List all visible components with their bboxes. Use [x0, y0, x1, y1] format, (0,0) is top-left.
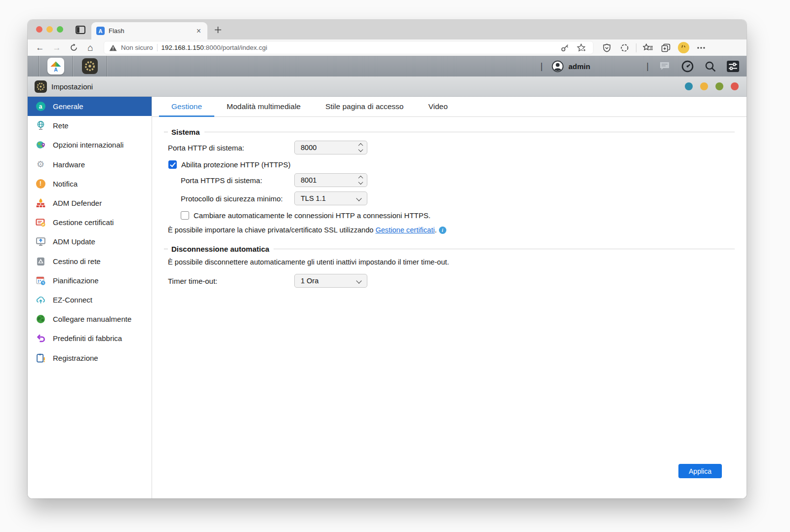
chevron-down-icon: [356, 278, 361, 283]
tab-overview-icon[interactable]: [75, 25, 86, 35]
auto-logout-section-header: Disconnessione automatica: [164, 245, 735, 253]
preferences-sliders-icon[interactable]: [726, 60, 740, 73]
https-enable-row: Abilita protezione HTTP (HTTPS): [168, 160, 735, 169]
window-title: Impostazioni: [51, 82, 93, 91]
browser-tab-flash[interactable]: A Flash ×: [91, 22, 207, 39]
add-favorite-star-icon[interactable]: [575, 41, 588, 54]
site-favicon: A: [96, 27, 105, 35]
forward-icon[interactable]: →: [49, 41, 64, 54]
toolbar-separator: [636, 43, 636, 52]
https-enable-checkbox[interactable]: [168, 160, 177, 169]
http-port-field[interactable]: [294, 141, 367, 154]
auto-redirect-checkbox[interactable]: [181, 211, 189, 220]
sidebar-item-ez-connect[interactable]: EZ-Connect: [28, 290, 152, 309]
undo-arrow-icon: [35, 333, 46, 344]
min-protocol-value: TLS 1.1: [301, 194, 326, 202]
profile-avatar[interactable]: [677, 41, 690, 54]
https-port-input[interactable]: [301, 176, 350, 184]
tab-gestione[interactable]: Gestione: [159, 97, 214, 116]
messages-icon[interactable]: [658, 60, 672, 73]
browser-tabstrip: A Flash ×: [28, 20, 747, 39]
back-icon[interactable]: ←: [33, 41, 47, 54]
minimize-window-button[interactable]: [46, 26, 53, 33]
taskbar-pipe: |: [540, 61, 543, 72]
sidebar-item-pianificazione[interactable]: Pianificazione: [28, 271, 152, 290]
tab-modalita-multimediale[interactable]: Modalità multimediale: [214, 97, 313, 116]
reload-icon[interactable]: [66, 41, 81, 54]
zoom-window-button[interactable]: [57, 26, 63, 33]
sidebar-item-registrazione[interactable]: Registrazione: [28, 348, 152, 367]
sidebar-item-adm-update[interactable]: ADM Update: [28, 232, 152, 251]
favorites-icon[interactable]: [641, 41, 654, 54]
window-dot-blue[interactable]: [685, 82, 693, 90]
search-icon[interactable]: [703, 60, 717, 73]
sidebar-item-gestione-certificati[interactable]: Gestione certificati: [28, 213, 152, 232]
international-globe-pin-icon: [35, 140, 46, 151]
http-port-row: Porta HTTP di sistema:: [168, 141, 735, 154]
apply-button[interactable]: Applica: [678, 464, 722, 478]
ssl-note-text: È possibile importare la chiave privata/…: [168, 226, 373, 234]
home-icon[interactable]: ⌂: [83, 41, 98, 54]
content-tabs: Gestione Modalità multimediale Stile pag…: [152, 97, 747, 117]
http-port-input[interactable]: [301, 144, 350, 152]
url-path: :8000/portal/index.cgi: [204, 44, 267, 51]
security-label[interactable]: Non sicuro: [121, 44, 153, 51]
https-port-field[interactable]: [294, 173, 367, 187]
password-key-icon[interactable]: [558, 41, 571, 54]
sidebar-item-notifica[interactable]: ! Notifica: [28, 174, 152, 193]
sidebar-item-collegare-manualmente[interactable]: Collegare manualmente: [28, 309, 152, 329]
chevron-down-icon: [356, 195, 361, 201]
settings-menu-icon[interactable]: [695, 41, 708, 54]
sidebar-item-adm-defender[interactable]: ADM Defender: [28, 193, 152, 213]
not-secure-warning-icon[interactable]: [109, 44, 117, 51]
window-dot-red[interactable]: [731, 82, 739, 90]
resource-monitor-gauge-icon[interactable]: [680, 60, 694, 73]
user-menu[interactable]: admin: [552, 60, 590, 73]
monitor-update-icon: [35, 236, 46, 247]
taskbar-pipe: |: [646, 61, 649, 72]
adm-taskbar-apps: A: [28, 56, 107, 76]
min-protocol-select[interactable]: TLS 1.1: [294, 191, 367, 205]
sidebar-item-hardware[interactable]: ⚙ Hardware: [28, 155, 152, 174]
adm-taskbar: A | admin |: [28, 56, 747, 76]
url-text[interactable]: 192.168.1.150:8000/portal/index.cgi: [161, 44, 554, 51]
username-label: admin: [568, 62, 590, 71]
collections-icon[interactable]: [659, 41, 672, 54]
shield-icon[interactable]: [600, 41, 613, 54]
http-port-spinner[interactable]: [359, 141, 362, 154]
sidebar-item-opzioni-internazionali[interactable]: Opzioni internazionali: [28, 135, 152, 154]
timeout-select[interactable]: 1 Ora: [294, 274, 367, 288]
asustor-letter: A: [54, 67, 58, 73]
sidebar-item-predefiniti-di-fabbrica[interactable]: Predefiniti di fabbrica: [28, 329, 152, 348]
new-tab-button[interactable]: [212, 24, 223, 35]
section-title: Sistema: [171, 128, 200, 136]
browser-toolbar: ← → ⌂ Non sicuro 192.168.1.150:8000/port…: [28, 39, 747, 56]
extensions-icon[interactable]: [618, 41, 631, 54]
browser-window: A Flash × ← → ⌂ Non sicuro 192.168.1.150…: [28, 20, 747, 498]
auto-redirect-row: Cambiare automaticamente le connessioni …: [181, 211, 735, 220]
wrench-gear-icon: ⚙: [35, 159, 46, 170]
https-port-spinner[interactable]: [359, 174, 362, 187]
sidebar-item-rete[interactable]: Rete: [28, 116, 152, 135]
gestione-certificati-link[interactable]: Gestione certificati: [375, 226, 434, 234]
close-tab-icon[interactable]: ×: [195, 27, 202, 35]
window-dot-yellow[interactable]: [700, 82, 708, 90]
settings-gear-icon: [35, 80, 47, 93]
auto-logout-description: È possibile disconnettere automaticament…: [168, 258, 735, 266]
asustor-logo-icon[interactable]: A: [47, 58, 64, 75]
close-window-button[interactable]: [36, 26, 42, 33]
settings-sidebar: a Generale Rete Opzioni internazionali ⚙…: [28, 97, 152, 498]
gestione-panel: Sistema Porta HTTP di sistema: Abilita p…: [152, 117, 747, 498]
firewall-flame-icon: [35, 198, 46, 209]
settings-content: Gestione Modalità multimediale Stile pag…: [152, 97, 747, 498]
info-icon[interactable]: i: [439, 227, 446, 234]
settings-app-icon[interactable]: [82, 58, 98, 74]
tab-video[interactable]: Video: [416, 97, 460, 116]
sidebar-item-cestino-di-rete[interactable]: Cestino di rete: [28, 252, 152, 271]
address-bar[interactable]: Non sicuro 192.168.1.150:8000/portal/ind…: [104, 41, 593, 54]
window-dot-green[interactable]: [715, 82, 723, 90]
clipboard-icon: [35, 352, 46, 363]
url-divider: [157, 44, 158, 51]
sidebar-item-generale[interactable]: a Generale: [28, 97, 152, 116]
tab-stile-pagina-di-accesso[interactable]: Stile pagina di accesso: [313, 97, 416, 116]
